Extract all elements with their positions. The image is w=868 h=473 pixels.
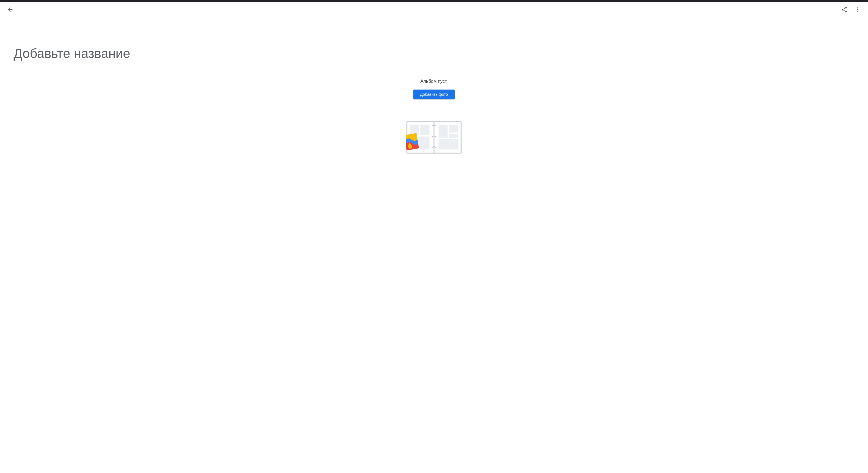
back-button[interactable] xyxy=(4,4,16,15)
header-right xyxy=(839,4,864,15)
more-vertical-icon xyxy=(855,6,861,14)
album-book-icon xyxy=(406,121,462,154)
svg-rect-8 xyxy=(438,139,458,150)
main-content: Альбом пуст. Добавить фото xyxy=(0,45,868,154)
svg-rect-3 xyxy=(421,125,430,135)
title-field-wrapper xyxy=(13,45,855,63)
album-title-input[interactable] xyxy=(13,45,855,63)
share-button[interactable] xyxy=(839,4,850,15)
browser-chrome-strip xyxy=(0,0,868,2)
empty-state-message: Альбом пуст. xyxy=(13,79,855,84)
more-options-button[interactable] xyxy=(852,4,864,15)
svg-rect-7 xyxy=(449,134,458,138)
header-left xyxy=(4,4,16,15)
svg-rect-6 xyxy=(449,125,458,132)
empty-album-illustration xyxy=(13,121,855,154)
empty-state: Альбом пуст. Добавить фото xyxy=(13,79,855,154)
arrow-left-icon xyxy=(7,6,13,14)
header-bar xyxy=(0,2,868,18)
svg-rect-5 xyxy=(438,125,447,138)
add-photo-button[interactable]: Добавить фото xyxy=(413,90,455,99)
share-icon xyxy=(841,6,848,14)
